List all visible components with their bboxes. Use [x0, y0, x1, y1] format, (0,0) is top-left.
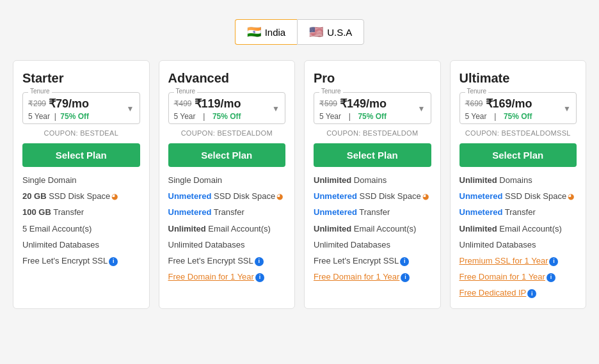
feature-item-starter-3: 5 Email Account(s): [22, 223, 140, 235]
old-price-pro: ₹599: [319, 99, 337, 108]
divider-starter: |: [54, 112, 56, 121]
plans-container: StarterTenure₹299₹79/mo5 Year|75% Off▼CO…: [13, 60, 586, 309]
select-plan-btn-advanced[interactable]: Select Plan: [168, 143, 286, 167]
dropdown-icon-ultimate[interactable]: ▼: [563, 104, 571, 113]
feature-item-starter-4: Unlimited Databases: [22, 239, 140, 251]
feature-item-pro-4: Unlimited Databases: [314, 239, 431, 251]
tenure-box-advanced[interactable]: Tenure₹499₹119/mo5 Year|75% Off▼: [168, 92, 286, 124]
feature-item-advanced-2: Unmetered Transfer: [168, 207, 286, 218]
tenure-box-starter[interactable]: Tenure₹299₹79/mo5 Year|75% Off▼: [22, 92, 140, 124]
flag-icon-india: 🇮🇳: [247, 25, 261, 39]
info-icon: i: [527, 289, 536, 298]
features-list-advanced: Single DomainUnmetered SSD Disk Space◕Un…: [168, 175, 286, 283]
plan-title-starter: Starter: [22, 71, 140, 86]
tab-label-india: India: [265, 27, 286, 38]
divider-pro: |: [349, 112, 351, 121]
tenure-label-starter: Tenure: [28, 88, 52, 95]
old-price-advanced: ₹499: [174, 99, 192, 108]
feature-item-advanced-5: Free Let's Encrypt SSLi: [168, 255, 286, 267]
speed-icon: ◕: [422, 192, 429, 201]
tenure-box-pro[interactable]: Tenure₹599₹149/mo5 Year|75% Off▼: [314, 92, 431, 124]
dropdown-icon-pro[interactable]: ▼: [418, 104, 426, 113]
feature-item-starter-2: 100 GB Transfer: [22, 207, 140, 218]
tenure-label-advanced: Tenure: [174, 88, 198, 95]
select-plan-btn-starter[interactable]: Select Plan: [22, 143, 140, 167]
speed-icon: ◕: [276, 192, 283, 201]
feature-item-advanced-0: Single Domain: [168, 175, 286, 186]
feature-item-ultimate-7: Free Dedicated IPi: [459, 287, 577, 299]
features-list-ultimate: Unlimited DomainsUnmetered SSD Disk Spac…: [459, 175, 577, 299]
off-badge-advanced: 75% Off: [212, 112, 241, 121]
tab-label-usa: U.S.A: [327, 27, 352, 38]
plan-card-pro: ProTenure₹599₹149/mo5 Year|75% Off▼COUPO…: [304, 60, 441, 309]
country-tab-india[interactable]: 🇮🇳India: [235, 19, 298, 45]
feature-item-advanced-3: Unlimited Email Account(s): [168, 223, 286, 235]
tenure-period-starter: 5 Year: [28, 112, 50, 121]
tenure-label-pro: Tenure: [319, 88, 343, 95]
tenure-label-ultimate: Tenure: [465, 88, 489, 95]
tenure-box-ultimate[interactable]: Tenure₹699₹169/mo5 Year|75% Off▼: [459, 92, 577, 124]
feature-item-pro-2: Unmetered Transfer: [314, 207, 431, 218]
divider-advanced: |: [203, 112, 205, 121]
coupon-advanced: COUPON: BESTDEALDOM: [168, 129, 286, 137]
dropdown-icon-starter[interactable]: ▼: [127, 104, 134, 113]
features-list-starter: Single Domain20 GB SSD Disk Space◕100 GB…: [22, 175, 140, 267]
new-price-starter: ₹79/mo: [49, 97, 89, 111]
feature-item-ultimate-1: Unmetered SSD Disk Space◕: [459, 191, 577, 202]
info-icon: i: [547, 273, 555, 282]
feature-item-starter-1: 20 GB SSD Disk Space◕: [22, 191, 140, 202]
plan-title-advanced: Advanced: [168, 71, 286, 86]
dropdown-icon-advanced[interactable]: ▼: [272, 104, 280, 113]
tenure-period-advanced: 5 Year: [174, 112, 196, 121]
coupon-ultimate: COUPON: BESTDEALDOMSSL: [459, 129, 577, 137]
old-price-starter: ₹299: [28, 99, 46, 108]
info-icon: i: [400, 257, 409, 266]
off-badge-ultimate: 75% Off: [504, 112, 532, 121]
plan-card-ultimate: UltimateTenure₹699₹169/mo5 Year|75% Off▼…: [450, 60, 587, 309]
plan-card-advanced: AdvancedTenure₹499₹119/mo5 Year|75% Off▼…: [159, 60, 296, 309]
coupon-pro: COUPON: BESTDEALDOM: [314, 129, 431, 137]
feature-item-starter-0: Single Domain: [22, 175, 140, 186]
new-price-ultimate: ₹169/mo: [486, 97, 532, 111]
feature-item-pro-6: Free Domain for 1 Yeari: [314, 271, 431, 283]
off-badge-starter: 75% Off: [60, 112, 89, 121]
speed-icon: ◕: [568, 192, 574, 201]
select-plan-btn-pro[interactable]: Select Plan: [314, 143, 431, 167]
info-icon: i: [401, 273, 410, 282]
country-tabs-container: 🇮🇳India🇺🇸U.S.A: [235, 19, 365, 45]
country-tab-usa[interactable]: 🇺🇸U.S.A: [297, 19, 364, 45]
plan-title-ultimate: Ultimate: [459, 71, 577, 86]
feature-item-pro-1: Unmetered SSD Disk Space◕: [314, 191, 431, 202]
new-price-pro: ₹149/mo: [340, 97, 387, 111]
speed-icon: ◕: [111, 192, 118, 201]
divider-ultimate: |: [494, 112, 496, 121]
feature-item-ultimate-6: Free Domain for 1 Yeari: [459, 271, 577, 283]
feature-item-pro-3: Unlimited Email Account(s): [314, 223, 431, 235]
new-price-advanced: ₹119/mo: [195, 97, 241, 111]
plan-title-pro: Pro: [314, 71, 431, 86]
feature-item-advanced-4: Unlimited Databases: [168, 239, 286, 251]
flag-icon-usa: 🇺🇸: [309, 25, 323, 39]
feature-item-ultimate-2: Unmetered Transfer: [459, 207, 577, 218]
features-list-pro: Unlimited DomainsUnmetered SSD Disk Spac…: [314, 175, 431, 283]
feature-item-advanced-1: Unmetered SSD Disk Space◕: [168, 191, 286, 202]
feature-item-pro-5: Free Let's Encrypt SSLi: [314, 255, 431, 267]
plan-card-starter: StarterTenure₹299₹79/mo5 Year|75% Off▼CO…: [13, 60, 150, 309]
feature-item-ultimate-4: Unlimited Databases: [459, 239, 577, 251]
info-icon: i: [255, 273, 264, 282]
feature-item-pro-0: Unlimited Domains: [314, 175, 431, 186]
feature-item-ultimate-5: Premium SSL for 1 Yeari: [459, 255, 577, 267]
off-badge-pro: 75% Off: [358, 112, 387, 121]
old-price-ultimate: ₹699: [465, 99, 483, 108]
info-icon: i: [109, 257, 118, 266]
feature-item-ultimate-3: Unlimited Email Account(s): [459, 223, 577, 235]
tenure-period-pro: 5 Year: [319, 112, 341, 121]
tenure-period-ultimate: 5 Year: [465, 112, 487, 121]
coupon-starter: COUPON: BESTDEAL: [22, 129, 140, 137]
feature-item-advanced-6: Free Domain for 1 Yeari: [168, 271, 286, 283]
select-plan-btn-ultimate[interactable]: Select Plan: [459, 143, 577, 167]
info-icon: i: [255, 257, 264, 266]
info-icon: i: [549, 257, 558, 266]
feature-item-ultimate-0: Unlimited Domains: [459, 175, 577, 186]
feature-item-starter-5: Free Let's Encrypt SSLi: [22, 255, 140, 267]
